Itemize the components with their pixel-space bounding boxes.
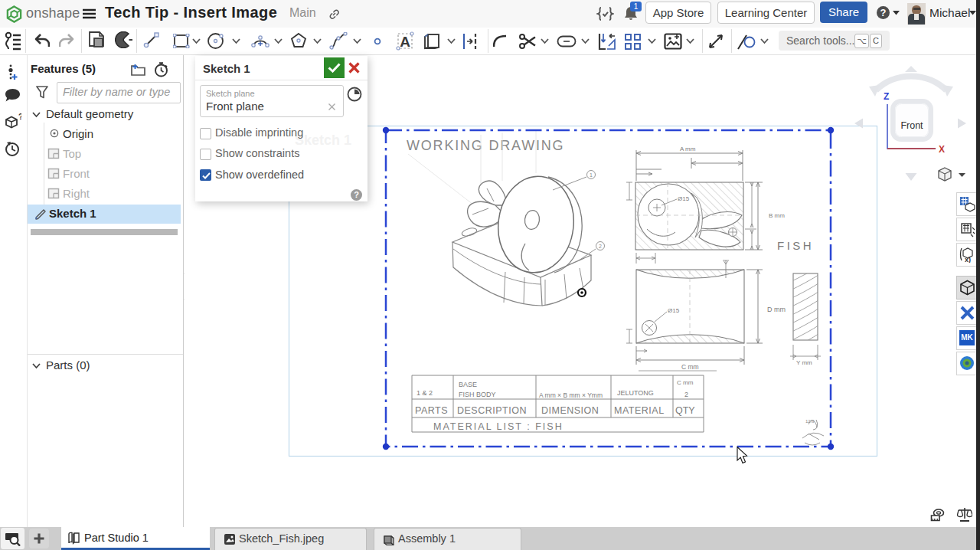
- svg-text:1 & 2: 1 & 2: [416, 389, 433, 397]
- svg-text:2: 2: [599, 244, 602, 249]
- svg-text:2: 2: [684, 391, 688, 398]
- svg-text:MATERIAL LIST : FISH: MATERIAL LIST : FISH: [433, 421, 564, 432]
- svg-text:Front: Front: [900, 120, 923, 131]
- svg-text:DESCRIPTION: DESCRIPTION: [457, 405, 527, 416]
- svg-text:A: A: [400, 34, 410, 50]
- svg-text:DIMENSION: DIMENSION: [541, 405, 599, 416]
- svg-text:Ø15: Ø15: [668, 307, 680, 314]
- svg-text:C mm: C mm: [681, 363, 699, 371]
- svg-text:?: ?: [18, 113, 21, 121]
- svg-text:Z: Z: [884, 91, 889, 102]
- svg-text:MATERIAL: MATERIAL: [614, 405, 665, 416]
- svg-text:FISH: FISH: [777, 239, 814, 252]
- svg-text:JELUTONG: JELUTONG: [617, 389, 654, 397]
- svg-text:12/9: 12/9: [805, 419, 815, 424]
- svg-text:BASE: BASE: [459, 381, 477, 388]
- svg-text:x): x): [965, 256, 971, 263]
- svg-text:A mm: A mm: [680, 146, 696, 152]
- svg-text:C mm: C mm: [677, 379, 694, 386]
- svg-text:B mm: B mm: [769, 212, 785, 219]
- svg-text:Y mm: Y mm: [796, 359, 812, 366]
- svg-text:A mm × B mm × Ymm: A mm × B mm × Ymm: [539, 391, 603, 399]
- svg-text:WORKING DRAWING: WORKING DRAWING: [407, 138, 564, 153]
- svg-text:FISH BODY: FISH BODY: [459, 391, 496, 398]
- svg-text:QTY: QTY: [675, 405, 695, 416]
- svg-text:PARTS: PARTS: [415, 405, 448, 416]
- svg-text:D mm: D mm: [767, 306, 786, 313]
- svg-text:1: 1: [590, 172, 593, 178]
- svg-text:Ø15: Ø15: [678, 195, 690, 202]
- svg-text:X: X: [939, 144, 945, 155]
